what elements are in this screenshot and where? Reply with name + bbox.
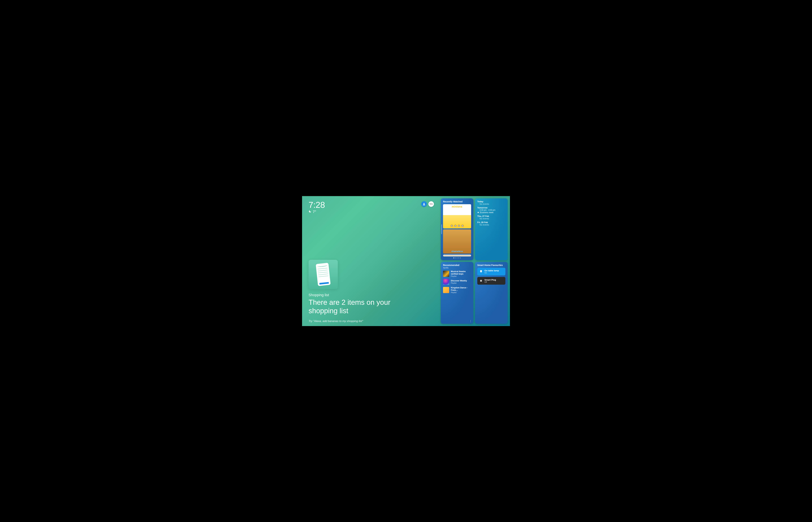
- shopping-list-illustration: [309, 260, 338, 289]
- device-state: On: [484, 272, 499, 274]
- watched-item-more[interactable]: [443, 255, 471, 257]
- album-art-icon: [443, 279, 449, 285]
- rec-name: Discover Weekly: [451, 280, 467, 282]
- calendar-day-fri[interactable]: Fri, 28 Feb No events: [477, 221, 505, 226]
- device-smart-plug[interactable]: Smart Plug Off: [477, 277, 505, 285]
- rec-item[interactable]: Discover Weekly Playlist: [443, 279, 471, 285]
- rec-name: Kingdom Dance - From "Tangled"/Score Rad…: [451, 286, 471, 292]
- svg-rect-1: [480, 280, 482, 282]
- thumb-label: minions: [452, 205, 462, 208]
- day-label: Tomorrow: [477, 206, 505, 209]
- plug-icon: [479, 279, 483, 283]
- svg-point-0: [423, 203, 425, 204]
- no-events-text: No events: [477, 217, 505, 220]
- temperature: 7°: [313, 210, 316, 214]
- widget-title: Recently Watched: [443, 200, 471, 203]
- more-icon[interactable]: ⋯: [469, 320, 472, 323]
- rec-name: Musical theatre verified bops: [451, 270, 471, 275]
- rec-item[interactable]: Musical theatre verified bops Playlist: [443, 270, 471, 277]
- hero-subtitle: Shopping list: [309, 293, 434, 297]
- clock-time: 7:28: [309, 201, 325, 209]
- event-dot-icon: [478, 212, 479, 213]
- event-time: 3:30 pm - 4:00 pm: [477, 209, 505, 211]
- widget-title: Recommended: [443, 264, 471, 266]
- rec-type: Playlist: [451, 275, 471, 277]
- hero-title: There are 2 items on your shopping list: [309, 298, 399, 315]
- thumb-label: shameless: [451, 250, 463, 253]
- device-name: Go table lamp: [484, 269, 499, 272]
- watched-item-shameless[interactable]: shameless: [443, 229, 471, 254]
- profile-icons: fasty: [421, 201, 434, 207]
- recently-watched-widget[interactable]: Recently Watched minions shameless: [441, 198, 473, 260]
- device-go-table-lamp[interactable]: Go table lamp On: [477, 268, 505, 275]
- svg-rect-3: [481, 280, 481, 281]
- album-art-icon: [443, 271, 449, 277]
- widget-provider: Spotify: [443, 267, 471, 269]
- drag-handle-icon[interactable]: [441, 224, 442, 234]
- user-profile-icon[interactable]: [421, 201, 427, 207]
- no-events-text: No events: [477, 203, 505, 205]
- device-name: Smart Plug: [484, 279, 496, 281]
- rec-type: Playlist: [451, 282, 467, 284]
- widgets-panel: Recently Watched minions shameless Today: [440, 196, 510, 326]
- event-name: Ecomms meet: [480, 211, 493, 214]
- watched-item-minions[interactable]: minions: [443, 204, 471, 228]
- no-events-text: No events: [477, 224, 505, 226]
- day-label: Fri, 28 Feb: [477, 221, 505, 224]
- top-row: 7:28 7° fasty: [309, 201, 434, 214]
- service-badge-icon[interactable]: fasty: [429, 201, 434, 207]
- svg-rect-2: [481, 280, 481, 281]
- album-art-icon: [443, 287, 449, 293]
- day-label: Thu, 27 Feb: [477, 215, 505, 217]
- clock-block[interactable]: 7:28 7°: [309, 201, 325, 214]
- bulb-icon: [479, 270, 483, 273]
- home-screen: 7:28 7° fasty: [302, 196, 510, 326]
- calendar-day-today[interactable]: Today No events: [477, 200, 505, 205]
- day-label: Today: [477, 200, 505, 203]
- recommended-widget[interactable]: Recommended Spotify Musical theatre veri…: [441, 262, 473, 324]
- rec-item[interactable]: Kingdom Dance - From "Tangled"/Score Rad…: [443, 286, 471, 294]
- calendar-widget[interactable]: Today No events Tomorrow 3:30 pm - 4:00 …: [475, 198, 508, 260]
- widget-title: Smart Home Favourites: [477, 264, 505, 266]
- hero-card[interactable]: Shopping list There are 2 items on your …: [309, 260, 434, 323]
- device-state: Off: [484, 281, 496, 283]
- weather: 7°: [309, 210, 325, 214]
- calendar-day-thu[interactable]: Thu, 27 Feb No events: [477, 215, 505, 220]
- rec-type: Playlist: [451, 292, 471, 294]
- pager-dots[interactable]: [443, 257, 471, 258]
- hero-hint: Try "Alexa, add bananas to my shopping l…: [309, 320, 434, 323]
- moon-icon: [309, 210, 311, 214]
- calendar-day-tomorrow[interactable]: Tomorrow 3:30 pm - 4:00 pm Ecomms meet: [477, 206, 505, 214]
- smart-home-widget[interactable]: Smart Home Favourites Go table lamp On: [475, 262, 508, 324]
- main-pane: 7:28 7° fasty: [302, 196, 440, 326]
